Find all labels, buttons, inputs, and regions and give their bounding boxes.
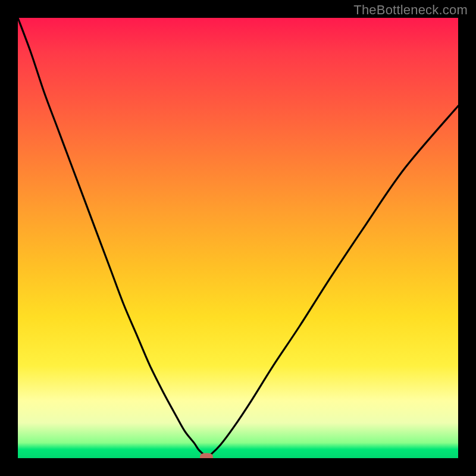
optimum-marker [200, 453, 213, 458]
chart-frame: TheBottleneck.com [0, 0, 476, 476]
bottleneck-curve [18, 18, 458, 458]
watermark-label: TheBottleneck.com [353, 2, 468, 18]
plot-area [18, 18, 458, 458]
